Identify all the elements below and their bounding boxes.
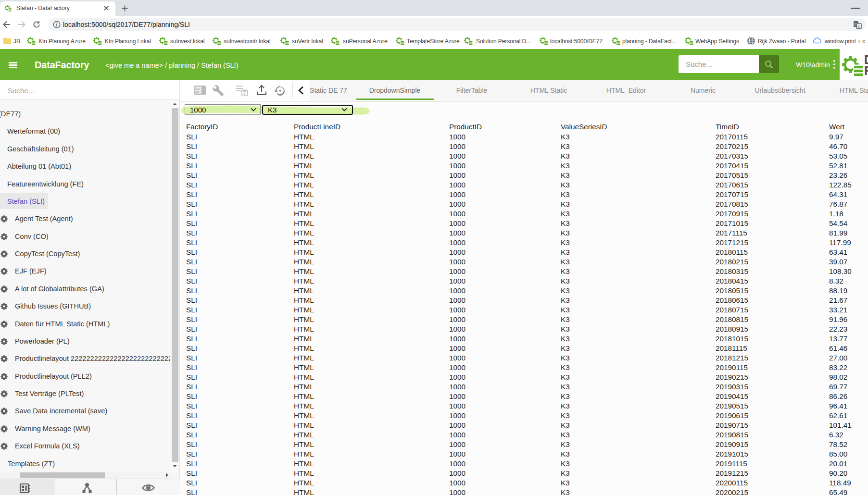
svg-text:x: x [858,24,860,29]
